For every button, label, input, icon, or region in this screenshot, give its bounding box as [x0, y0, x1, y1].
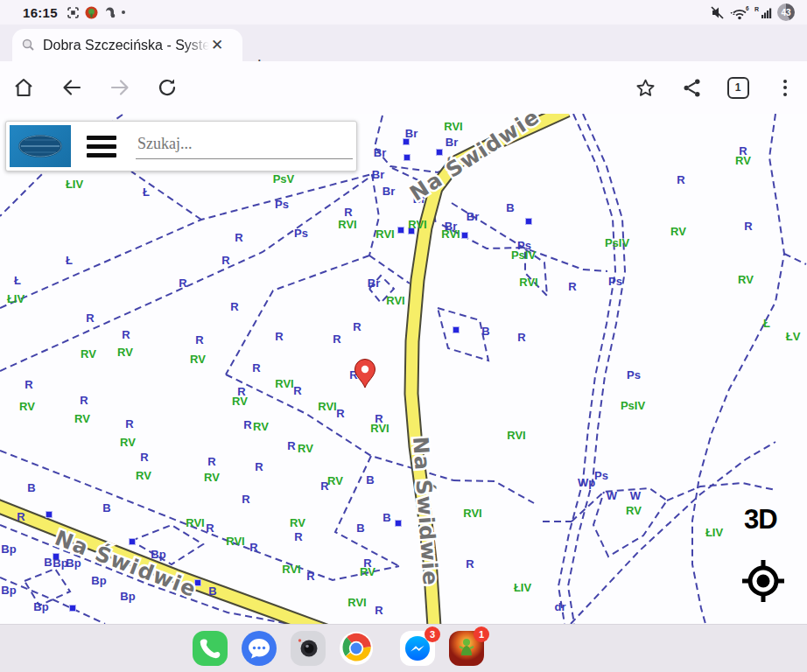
- share-button[interactable]: [678, 74, 705, 101]
- reload-button[interactable]: [154, 74, 180, 101]
- parcel-label: RV: [253, 420, 269, 433]
- gps-locate-icon[interactable]: [739, 556, 788, 606]
- parcel-label: R: [80, 394, 88, 407]
- building-marker: [70, 606, 76, 612]
- building-marker: [437, 150, 443, 156]
- parcel-label: Br: [374, 146, 386, 159]
- map-search-card: [5, 121, 357, 172]
- parcel-label: Br: [372, 168, 384, 181]
- parcel-label: ŁIV: [705, 526, 724, 539]
- parcel-boundary-line: [667, 483, 775, 500]
- camera-app-icon[interactable]: [291, 631, 326, 666]
- parcel-label: Ł: [763, 317, 770, 330]
- bookmark-star-button[interactable]: [632, 74, 658, 101]
- parcel-label: RV: [120, 436, 136, 449]
- parcel-label: R: [230, 300, 239, 313]
- browser-toolbar: dobraszczecinska.e-mapa.net/mobile/#view…: [0, 61, 807, 114]
- browser-tab[interactable]: Dobra Szczecińska - System ✕: [12, 29, 242, 61]
- network-type-r: R: [754, 6, 759, 12]
- system-status-icons: 6 R 43: [710, 0, 795, 24]
- navigation-dock: 3 1: [0, 624, 807, 672]
- parcel-label: RVI: [370, 422, 389, 435]
- parcel-label: RVI: [226, 535, 244, 548]
- geo-system-logo[interactable]: [10, 125, 71, 167]
- parcel-boundary-line: [369, 174, 379, 256]
- home-button[interactable]: [11, 74, 37, 101]
- parcel-label: PsIV: [605, 236, 630, 249]
- parcel-label: Ps: [294, 227, 308, 240]
- parcel-label: B: [208, 584, 216, 598]
- parcel-label: Br: [405, 127, 418, 140]
- parcel-label: R: [140, 451, 149, 464]
- parcel-label: RV: [360, 565, 375, 578]
- parcel-label: RVI: [463, 507, 481, 520]
- parcel-boundary-line: [692, 114, 784, 624]
- parcel-label: R: [568, 280, 577, 293]
- parcel-label: W: [630, 489, 642, 502]
- parcel-label: R: [306, 570, 315, 583]
- parcel-label: R: [375, 604, 383, 617]
- parcel-boundary-line: [0, 175, 373, 371]
- notification-icons: [67, 6, 125, 19]
- parcel-label: R: [252, 361, 261, 374]
- messenger-app-icon[interactable]: 3: [400, 631, 435, 666]
- parcel-boundary-line: [438, 308, 488, 360]
- parcel-label: Wp: [578, 476, 595, 489]
- forward-button[interactable]: [107, 74, 133, 101]
- tab-switcher-button[interactable]: 1: [725, 74, 751, 101]
- parcel-label: RV: [204, 471, 220, 484]
- menu-hamburger-icon[interactable]: [87, 136, 116, 158]
- parcel-label: RV: [81, 347, 96, 360]
- parcel-label: RVI: [282, 563, 300, 576]
- search-input[interactable]: [136, 133, 353, 159]
- parcel-boundary-line: [0, 166, 50, 216]
- parcel-label: B: [382, 511, 390, 524]
- building-marker: [453, 327, 460, 333]
- parcel-boundary-line: [453, 480, 534, 503]
- parcel-label: Bp: [151, 548, 165, 561]
- parcel-boundary-line: [131, 172, 201, 220]
- parcel-label: R: [235, 231, 243, 244]
- messenger-badge: 3: [425, 626, 440, 642]
- tab-count: 1: [727, 77, 749, 99]
- chrome-app-icon[interactable]: [339, 631, 374, 666]
- parcel-label: Br: [467, 210, 479, 223]
- messages-app-icon[interactable]: [242, 631, 277, 666]
- map-3d-button[interactable]: 3D: [744, 504, 777, 536]
- parcel-label: R: [517, 331, 526, 344]
- map-canvas[interactable]: ŁIVŁPsVPsPsŁŁŁIVRRVIRVIBrBrBrBrBrBrRVIRV…: [0, 114, 807, 624]
- parcel-label: RV: [19, 400, 35, 413]
- parcel-boundary-line: [226, 256, 369, 374]
- parcel-label: B: [481, 325, 489, 338]
- parcel-label: RVI: [408, 218, 426, 231]
- parcel-label: R: [333, 332, 341, 346]
- back-button[interactable]: [59, 74, 85, 101]
- parcel-label: RVI: [338, 218, 356, 231]
- parcel-label: R: [353, 320, 361, 333]
- mobile-signal-icon: R: [754, 5, 772, 20]
- parcel-label: RV: [670, 225, 686, 238]
- parcel-label: dr: [555, 600, 566, 613]
- tab-strip: Dobra Szczecińska - System ✕ +: [0, 24, 807, 61]
- parcel-label: R: [17, 510, 25, 523]
- parcel-label: R: [206, 522, 214, 535]
- parcel-boundary-line: [572, 488, 667, 556]
- map-view[interactable]: ŁIVŁPsVPsPsŁŁŁIVRRVIRVIBrBrBrBrBrBrRVIRV…: [0, 114, 807, 624]
- parcel-label: R: [243, 418, 252, 431]
- phone-app-icon[interactable]: [193, 631, 228, 666]
- game-notification-icon: [85, 6, 98, 19]
- menu-kebab-button[interactable]: [772, 74, 798, 101]
- parcel-label: Ł: [143, 186, 150, 199]
- clock: 16:15: [23, 5, 58, 20]
- parcel-label: R: [25, 378, 33, 391]
- parcel-label: B: [506, 201, 514, 214]
- building-marker: [526, 219, 532, 225]
- parcel-label: RVI: [507, 429, 525, 442]
- game-app-icon[interactable]: 1: [449, 631, 484, 666]
- tab-close-icon[interactable]: ✕: [211, 36, 223, 54]
- parcel-label: PsIV: [621, 399, 646, 412]
- map-pin[interactable]: [355, 360, 375, 388]
- parcel-label: R: [294, 530, 303, 543]
- parcel-label: RV: [117, 346, 133, 359]
- parcel-label: RV: [190, 353, 206, 366]
